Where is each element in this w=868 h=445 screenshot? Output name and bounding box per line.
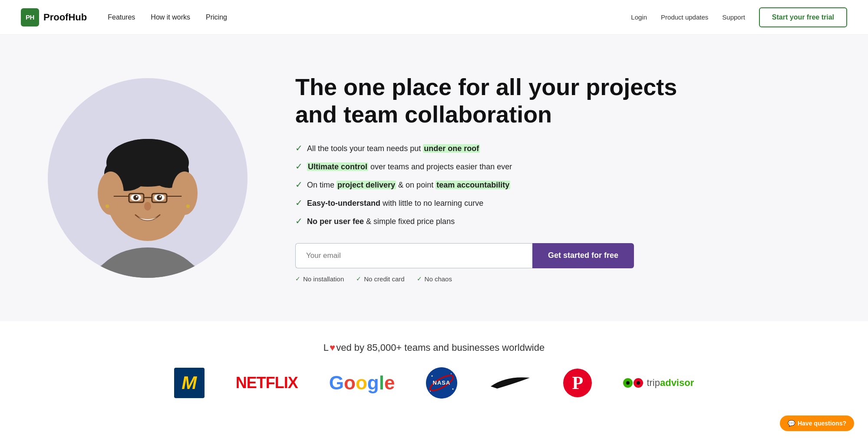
trial-button[interactable]: Start your free trial (759, 7, 847, 27)
svg-point-23 (182, 189, 195, 206)
check-icon-5: ✓ (295, 214, 303, 227)
tripadvisor-pupil-left (626, 381, 630, 385)
sub-check-label-2: No credit card (364, 275, 404, 283)
proofhub-logo-text: ProofHub (43, 12, 87, 23)
check-icon-4: ✓ (295, 196, 303, 209)
tripadvisor-logo: tripadvisor (623, 377, 694, 389)
check-icon-2: ✓ (295, 160, 303, 173)
sub-check-label-1: No installation (303, 275, 344, 283)
loved-section: L ♥ ved by 85,000+ teams and businesses … (0, 321, 868, 414)
check-icon-3: ✓ (295, 178, 303, 191)
check-icon-1: ✓ (295, 142, 303, 155)
login-link[interactable]: Login (631, 13, 647, 21)
hero-person-svg (65, 78, 230, 278)
sub-check-icon-3: ✓ (417, 275, 422, 282)
navbar: PH ProofHub Features How it works Pricin… (0, 0, 868, 35)
svg-point-13 (157, 195, 162, 200)
tripadvisor-pupil-right (637, 381, 640, 385)
google-g: G (329, 372, 344, 394)
svg-point-29 (432, 376, 433, 377)
highlight-no-per-user-fee: No per user fee (307, 217, 364, 226)
sub-check-1: ✓ No installation (295, 275, 344, 283)
highlight-ultimate-control: Ultimate control (307, 162, 368, 171)
proofhub-logo-icon: PH (21, 8, 39, 26)
pinterest-logo: P (563, 369, 592, 397)
svg-point-7 (111, 139, 185, 178)
nike-logo (488, 373, 532, 392)
nav-pricing[interactable]: Pricing (206, 13, 227, 21)
feature-item-5: ✓ No per user fee & simple fixed price p… (295, 214, 677, 227)
chat-label: Have questions? (798, 420, 846, 427)
tripadvisor-owl (623, 378, 643, 388)
netflix-logo: NETFLIX (236, 374, 298, 392)
svg-point-1 (91, 247, 204, 278)
highlight-under-one-roof: under one roof (423, 144, 480, 153)
chat-bubble[interactable]: 💬 Have questions? (780, 415, 854, 431)
hero-title: The one place for all your projects and … (295, 73, 677, 127)
tripadvisor-text: tripadvisor (647, 377, 694, 389)
svg-point-21 (144, 202, 151, 211)
loved-text-rest: ved by 85,000+ teams and businesses worl… (336, 342, 545, 353)
email-row: Get started for free (295, 243, 634, 268)
highlight-team-accountability: team accountability (436, 181, 510, 189)
feature-item-2: ✓ Ultimate control over teams and projec… (295, 160, 677, 173)
tripadvisor-advisor-colored: advisor (660, 377, 694, 388)
nasa-svg: NASA (426, 367, 457, 399)
google-logo: G o o g l e (329, 372, 395, 394)
svg-point-24 (106, 204, 109, 208)
nasa-logo: NASA (426, 367, 457, 399)
highlight-project-delivery: project delivery (337, 181, 396, 189)
svg-text:NASA: NASA (433, 379, 451, 386)
support-link[interactable]: Support (722, 13, 745, 21)
google-l: l (379, 372, 384, 394)
hero-content: The one place for all your projects and … (295, 73, 677, 282)
product-updates-link[interactable]: Product updates (661, 13, 708, 21)
svg-point-15 (159, 196, 161, 198)
logo-area[interactable]: PH ProofHub (21, 8, 87, 26)
google-e: e (384, 372, 395, 394)
michigan-logo: M (174, 368, 205, 398)
sub-check-icon-2: ✓ (356, 275, 361, 282)
feature-list: ✓ All the tools your team needs put unde… (295, 142, 677, 227)
nav-right: Login Product updates Support Start your… (631, 7, 847, 27)
loved-text: L ♥ ved by 85,000+ teams and businesses … (323, 342, 545, 353)
highlight-easy-to-understand: Easy-to-understand (307, 199, 380, 208)
nav-how-it-works[interactable]: How it works (151, 13, 190, 21)
hero-avatar (48, 78, 248, 278)
google-o2: o (356, 372, 367, 394)
nike-swoosh-svg (488, 373, 532, 391)
feature-text-4: Easy-to-understand with little to no lea… (307, 198, 483, 209)
heart-icon: ♥ (330, 342, 335, 353)
google-o1: o (344, 372, 356, 394)
svg-point-22 (101, 189, 114, 206)
svg-point-31 (452, 389, 454, 390)
svg-point-32 (430, 391, 431, 392)
sub-checks: ✓ No installation ✓ No credit card ✓ No … (295, 275, 677, 283)
svg-point-14 (136, 196, 138, 198)
nav-features[interactable]: Features (108, 13, 135, 21)
email-input[interactable] (295, 243, 532, 268)
sub-check-2: ✓ No credit card (356, 275, 404, 283)
netflix-text: NETFLIX (236, 374, 298, 392)
feature-item-1: ✓ All the tools your team needs put unde… (295, 142, 677, 155)
sub-check-3: ✓ No chaos (417, 275, 452, 283)
svg-point-25 (186, 204, 190, 208)
tripadvisor-eye-right (634, 378, 643, 388)
tripadvisor-eye-left (623, 378, 633, 388)
feature-item-4: ✓ Easy-to-understand with little to no l… (295, 196, 677, 209)
feature-item-3: ✓ On time project delivery & on point te… (295, 178, 677, 191)
tripadvisor-trip: trip (647, 377, 660, 388)
svg-point-12 (133, 195, 139, 200)
hero-image-area (35, 78, 261, 278)
feature-text-2: Ultimate control over teams and projects… (307, 161, 512, 173)
sub-check-icon-1: ✓ (295, 275, 300, 282)
feature-text-5: No per user fee & simple fixed price pla… (307, 216, 455, 227)
logos-row: M NETFLIX G o o g l e NASA (174, 367, 694, 399)
michigan-m: M (182, 374, 197, 392)
feature-text-3: On time project delivery & on point team… (307, 179, 510, 191)
google-g2: g (367, 372, 379, 394)
svg-point-30 (451, 373, 452, 374)
feature-text-1: All the tools your team needs put under … (307, 143, 480, 155)
cta-button[interactable]: Get started for free (532, 243, 634, 268)
sub-check-label-3: No chaos (425, 275, 452, 283)
